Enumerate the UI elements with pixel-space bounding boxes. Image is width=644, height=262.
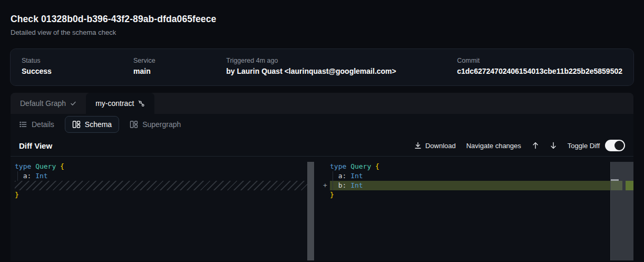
diff-view-title: Diff View bbox=[19, 141, 52, 150]
check-detail-panel: Default Graph my-contract Details bbox=[11, 93, 633, 261]
status-value: Success bbox=[22, 67, 133, 75]
arrow-down-icon bbox=[550, 142, 557, 149]
triggered-field: Triggered 4m ago by Laurin Quast <laurin… bbox=[226, 57, 457, 75]
graph-tabs: Default Graph my-contract bbox=[11, 93, 633, 114]
tab-default-graph[interactable]: Default Graph bbox=[11, 93, 86, 114]
spline-contract-icon bbox=[138, 100, 145, 107]
commit-value: c1dc62724702406154013cbe11b225b2e5859502 bbox=[457, 67, 622, 75]
switch-knob bbox=[614, 141, 624, 150]
added-change-tint bbox=[611, 181, 622, 190]
service-field: Service main bbox=[133, 57, 226, 75]
download-label: Download bbox=[425, 142, 456, 150]
schema-diff-view: type Query { a: Int} type Query { a: Int… bbox=[11, 157, 633, 260]
tab-my-contract-label: my-contract bbox=[95, 99, 134, 108]
layout-panels-icon bbox=[130, 120, 138, 129]
tab-my-contract[interactable]: my-contract bbox=[86, 93, 154, 114]
code-line: } bbox=[330, 190, 610, 200]
tab-supergraph-label: Supergraph bbox=[142, 120, 181, 129]
code-line: type Query { bbox=[330, 162, 610, 171]
tab-supergraph[interactable]: Supergraph bbox=[130, 120, 181, 129]
diff-pane-modified[interactable]: type Query { a: Int+ b: Int} bbox=[314, 162, 633, 260]
code-line: a: Int bbox=[330, 171, 610, 181]
arrow-up-icon bbox=[532, 142, 539, 149]
added-code-line: + b: Int bbox=[330, 181, 610, 190]
download-icon bbox=[414, 142, 422, 149]
indent-guide bbox=[17, 171, 18, 181]
plus-icon: + bbox=[323, 181, 327, 190]
tab-schema-label: Schema bbox=[85, 120, 112, 129]
check-icon bbox=[70, 100, 76, 106]
code-line: } bbox=[15, 190, 307, 200]
view-tabs: Details Schema Supergraph bbox=[11, 114, 633, 135]
download-button[interactable]: Download bbox=[414, 142, 456, 150]
triggered-label: Triggered 4m ago bbox=[226, 57, 457, 64]
tab-default-graph-label: Default Graph bbox=[20, 99, 66, 108]
toggle-diff-label: Toggle Diff bbox=[568, 142, 600, 150]
next-change-button[interactable] bbox=[550, 142, 557, 149]
previous-change-button[interactable] bbox=[532, 142, 539, 149]
toggle-diff-switch[interactable] bbox=[605, 140, 625, 151]
status-label: Status bbox=[22, 57, 133, 64]
code-line: type Query { bbox=[15, 162, 307, 171]
tab-schema[interactable]: Schema bbox=[65, 116, 119, 133]
summary-card: Status Success Service main Triggered 4m… bbox=[11, 49, 633, 85]
left-pane-scrollbar[interactable] bbox=[307, 162, 314, 260]
diff-header: Diff View Download Navigate changes bbox=[11, 135, 633, 157]
service-label: Service bbox=[133, 57, 226, 64]
toggle-diff-control: Toggle Diff bbox=[568, 140, 625, 151]
status-field: Status Success bbox=[22, 57, 133, 75]
page-title: Check 01328b0d-b396-43f2-89ab-dfda065fee… bbox=[11, 14, 633, 25]
diff-pane-original[interactable]: type Query { a: Int} bbox=[11, 162, 314, 260]
schema-check-page: Check 01328b0d-b396-43f2-89ab-dfda065fee… bbox=[0, 0, 644, 262]
layout-panels-icon bbox=[72, 120, 81, 129]
tab-details[interactable]: Details bbox=[19, 120, 54, 129]
tab-details-label: Details bbox=[32, 120, 54, 129]
commit-field: Commit c1dc62724702406154013cbe11b225b2e… bbox=[457, 57, 622, 75]
diff-filler-line bbox=[15, 181, 307, 190]
page-subtitle: Detailed view of the schema check bbox=[11, 28, 633, 36]
service-value: main bbox=[133, 67, 226, 75]
triggered-value: by Laurin Quast <laurinquast@googlemail.… bbox=[226, 67, 457, 75]
right-pane-scrollbar[interactable] bbox=[610, 162, 633, 260]
added-change-overview-marker bbox=[626, 181, 633, 190]
navigate-changes-label: Navigate changes bbox=[466, 142, 521, 150]
diff-controls: Download Navigate changes Toggle Diff bbox=[414, 140, 625, 151]
navigate-changes-button[interactable]: Navigate changes bbox=[466, 142, 521, 150]
code-line: a: Int bbox=[15, 171, 307, 181]
list-icon bbox=[19, 120, 27, 129]
commit-label: Commit bbox=[457, 57, 622, 64]
indent-guide bbox=[333, 171, 333, 190]
page-header: Check 01328b0d-b396-43f2-89ab-dfda065fee… bbox=[0, 0, 644, 36]
